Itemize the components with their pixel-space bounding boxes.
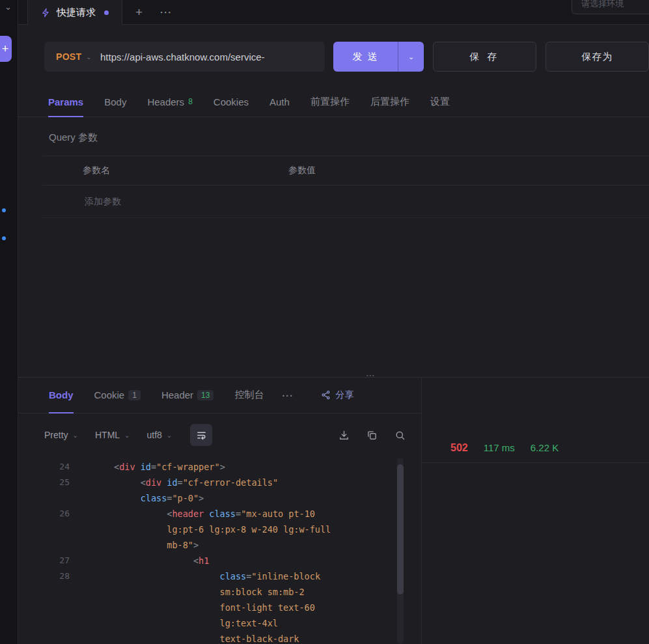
- rail-notification-dot: [2, 208, 6, 212]
- chevron-down-icon: ⌄: [408, 53, 414, 61]
- tab-params[interactable]: Params: [48, 87, 83, 117]
- code-row: 27 <h1: [18, 553, 421, 568]
- code-text: class="inline-block: [114, 568, 320, 584]
- add-param-row[interactable]: 添加参数: [42, 186, 649, 218]
- code-text: sm:block sm:mb-2: [114, 584, 305, 600]
- line-number: 24: [30, 459, 70, 475]
- code-text: <h1: [114, 553, 209, 568]
- param-table-header: 参数名 参数值: [42, 156, 649, 186]
- tab-response-body[interactable]: Body: [49, 378, 74, 413]
- line-number: [30, 490, 70, 506]
- left-rail: ⌄ +: [0, 0, 18, 644]
- rail-collapse-icon[interactable]: ⌄: [5, 2, 12, 12]
- tab-auth[interactable]: Auth: [269, 87, 290, 117]
- line-number: [30, 584, 70, 600]
- tab-headers[interactable]: Headers 8: [147, 87, 192, 117]
- send-options-button[interactable]: ⌄: [398, 42, 424, 72]
- share-button[interactable]: 分享: [321, 378, 353, 413]
- encoding-select[interactable]: utf8 ⌄: [146, 430, 172, 440]
- code-row: 24<div id="cf-wrapper">: [18, 459, 421, 475]
- line-number: [30, 600, 70, 615]
- save-as-button[interactable]: 保存为: [545, 42, 649, 72]
- word-wrap-icon: [196, 430, 207, 441]
- tab-settings[interactable]: 设置: [430, 87, 450, 117]
- chevron-down-icon: ⌄: [167, 432, 172, 439]
- url-input[interactable]: https://api-aws.chatknow.com/service-: [100, 51, 325, 63]
- splitter-handle[interactable]: ⋯: [366, 370, 376, 380]
- code-row: class="p-0">: [18, 490, 421, 506]
- tab-post-operations[interactable]: 后置操作: [370, 87, 409, 117]
- share-icon: [321, 390, 331, 400]
- code-text: <header class="mx-auto pt-10: [114, 506, 315, 522]
- send-label: 发 送: [333, 42, 398, 72]
- tab-overflow-button[interactable]: ⋯: [159, 0, 173, 24]
- code-text: font-light text-60: [114, 600, 315, 615]
- download-icon: [338, 430, 350, 441]
- tab-request-body[interactable]: Body: [104, 87, 126, 117]
- chevron-down-icon: ⌄: [73, 432, 78, 439]
- response-tabs-more-button[interactable]: ⋯: [281, 378, 292, 413]
- search-button[interactable]: [394, 430, 406, 441]
- chevron-down-icon: ⌄: [124, 432, 130, 439]
- document-tabbar: 快捷请求 + ⋯ 请选择环境: [18, 0, 649, 25]
- response-toolbar: Pretty ⌄ HTML ⌄ utf8 ⌄: [18, 413, 421, 456]
- code-row: 25 <div id="cf-error-details": [18, 475, 421, 490]
- code-row: text-black-dark: [18, 631, 421, 644]
- tab-pre-operations[interactable]: 前置操作: [311, 87, 350, 117]
- code-scrollbar-thumb[interactable]: [397, 464, 404, 595]
- environment-select[interactable]: 请选择环境: [572, 0, 649, 14]
- language-label: HTML: [95, 430, 120, 440]
- line-number: 28: [30, 568, 70, 584]
- code-lines: 24<div id="cf-wrapper">25 <div id="cf-er…: [18, 459, 421, 644]
- response-tabs: Body Cookie 1 Header 13 控制台 ⋯ 分享: [18, 378, 421, 413]
- response-panel: ⋯ Body Cookie 1 Header 13 控制台 ⋯ 分享: [18, 377, 649, 644]
- tab-cookie-label: Cookie: [94, 389, 125, 400]
- language-select[interactable]: HTML ⌄: [95, 430, 130, 440]
- search-icon: [394, 430, 406, 441]
- copy-icon: [366, 430, 378, 441]
- code-text: class="p-0">: [114, 490, 204, 506]
- response-size: 6.22 K: [531, 442, 559, 453]
- tab-response-header[interactable]: Header 13: [161, 378, 214, 413]
- response-meta-pane: 502 117 ms 6.22 K: [422, 378, 649, 644]
- method-select[interactable]: POST ⌄: [44, 51, 100, 62]
- header-count-badge: 13: [197, 390, 214, 400]
- download-button[interactable]: [338, 430, 350, 441]
- code-row: mb-8">: [18, 537, 421, 553]
- column-param-value: 参数值: [288, 165, 649, 176]
- code-text: <div id="cf-error-details": [114, 475, 278, 490]
- tab-console-label: 控制台: [234, 389, 264, 401]
- word-wrap-toggle[interactable]: [190, 424, 212, 446]
- add-tab-button[interactable]: +: [135, 0, 143, 24]
- response-time: 117 ms: [484, 442, 515, 453]
- tab-headers-label: Headers: [147, 96, 184, 107]
- status-code: 502: [450, 442, 468, 454]
- lightning-icon: [41, 8, 51, 18]
- code-text: <div id="cf-wrapper">: [114, 459, 225, 475]
- main-area: 快捷请求 + ⋯ 请选择环境 POST ⌄ https://api-aws.ch…: [18, 0, 649, 644]
- tab-quick-request[interactable]: 快捷请求: [27, 0, 122, 25]
- format-select[interactable]: Pretty ⌄: [44, 430, 78, 440]
- response-status-row: 502 117 ms 6.22 K: [422, 433, 649, 463]
- share-label: 分享: [335, 389, 353, 401]
- tab-cookies[interactable]: Cookies: [214, 87, 249, 117]
- code-row: font-light text-60: [18, 600, 421, 615]
- rail-notification-dot: [2, 236, 6, 240]
- send-button[interactable]: 发 送 ⌄: [333, 42, 424, 72]
- code-scrollbar[interactable]: [397, 458, 404, 644]
- column-param-name: 参数名: [42, 165, 288, 176]
- save-button[interactable]: 保 存: [433, 42, 536, 72]
- url-group: POST ⌄ https://api-aws.chatknow.com/serv…: [44, 42, 325, 72]
- response-code-viewer[interactable]: 24<div id="cf-wrapper">25 <div id="cf-er…: [18, 456, 421, 644]
- new-request-button[interactable]: +: [0, 36, 12, 62]
- tab-response-console[interactable]: 控制台: [234, 378, 264, 413]
- environment-placeholder: 请选择环境: [581, 0, 624, 10]
- line-number: [30, 631, 70, 644]
- unsaved-indicator-dot: [104, 10, 109, 15]
- copy-button[interactable]: [366, 430, 378, 441]
- line-number: [30, 615, 70, 631]
- tab-response-cookie[interactable]: Cookie 1: [94, 378, 141, 413]
- line-number: [30, 537, 70, 553]
- line-number: 25: [30, 475, 70, 490]
- tab-title: 快捷请求: [57, 7, 96, 19]
